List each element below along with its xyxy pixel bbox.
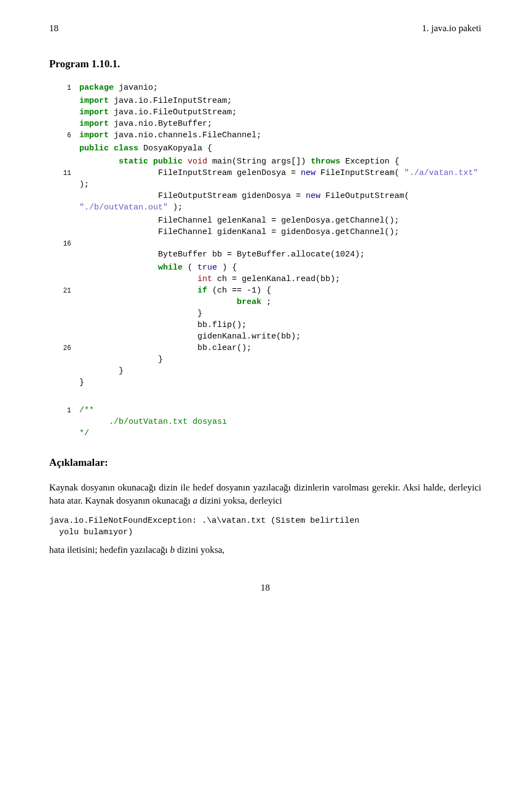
line-number: 1: [49, 82, 79, 94]
code-text: while ( true ) {: [79, 262, 237, 273]
code-line: FileOutputStream gidenDosya = new FileOu…: [49, 190, 481, 213]
code-line: import java.io.FileInputStream;: [49, 95, 481, 107]
code-line: FileChannel gidenKanal = gidenDosya.getC…: [49, 226, 481, 238]
code-text: }: [79, 377, 84, 388]
code-text: public class DosyaKopyala {: [79, 143, 212, 154]
code-line: ./b/outVatan.txt dosyası: [49, 416, 481, 428]
line-number: [49, 95, 79, 107]
para2-text-b: dizini yoksa,: [174, 545, 224, 555]
program-title: Program 1.10.1.: [49, 57, 481, 72]
code-text: FileChannel gidenKanal = gidenDosya.getC…: [79, 226, 399, 238]
code-line: 11 FileInputStream gelenDosya = new File…: [49, 167, 481, 190]
code-listing-comment: 1/** ./b/outVatan.txt dosyası*/: [49, 405, 481, 439]
paragraph-2: hata iletisini; hedefin yazılacağı b diz…: [49, 544, 481, 557]
code-line: 6import java.nio.channels.FileChannel;: [49, 130, 481, 141]
code-text: import java.nio.ByteBuffer;: [79, 118, 212, 130]
code-text: int ch = gelenKanal.read(bb);: [79, 273, 340, 285]
code-line: while ( true ) {: [49, 262, 481, 273]
line-number: 26: [49, 342, 79, 354]
code-text: break ;: [79, 296, 271, 308]
code-text: import java.io.FileInputStream;: [79, 95, 232, 107]
line-number: [49, 416, 79, 428]
para1-text-b: dizini yoksa, derleyici: [197, 495, 282, 506]
code-line: }: [49, 354, 481, 365]
code-line: int ch = gelenKanal.read(bb);: [49, 273, 481, 285]
code-text: import java.nio.channels.FileChannel;: [79, 130, 261, 141]
line-number: [49, 308, 79, 319]
line-number: 1: [49, 405, 79, 416]
code-line: import java.io.FileOutputStream;: [49, 107, 481, 118]
code-text: package javanio;: [79, 82, 158, 94]
code-text: /**: [79, 405, 94, 416]
line-number: [49, 354, 79, 365]
code-line: ByteBuffer bb = ByteBuffer.allocate(1024…: [49, 249, 481, 260]
code-line: 1package javanio;: [49, 82, 481, 94]
code-text: gidenKanal.write(bb);: [79, 331, 301, 342]
line-number: [49, 365, 79, 377]
line-number: [49, 319, 79, 331]
code-text: }: [79, 365, 124, 377]
para1-italic: a: [192, 495, 197, 506]
code-line: }: [49, 365, 481, 377]
code-line: static public void main(String args[]) t…: [49, 156, 481, 167]
code-line: public class DosyaKopyala {: [49, 143, 481, 154]
section-heading: Açıklamalar:: [49, 455, 481, 470]
line-number: [49, 296, 79, 308]
code-line: 16: [49, 238, 481, 249]
chapter-title: 1. java.io paketi: [422, 22, 481, 35]
code-text: }: [79, 308, 202, 319]
line-number: 11: [49, 167, 79, 190]
code-text: */: [79, 428, 89, 439]
code-text: FileChannel gelenKanal = gelenDosya.getC…: [79, 215, 399, 226]
line-number: [49, 377, 79, 388]
line-number: [49, 273, 79, 285]
line-number: [49, 331, 79, 342]
code-line: }: [49, 377, 481, 388]
code-text: }: [79, 354, 163, 365]
code-line: break ;: [49, 296, 481, 308]
code-line: FileChannel gelenKanal = gelenDosya.getC…: [49, 215, 481, 226]
line-number: [49, 249, 79, 260]
code-text: bb.clear();: [79, 342, 252, 354]
line-number: 16: [49, 238, 79, 249]
code-text: if (ch == -1) {: [79, 285, 271, 296]
code-text: import java.io.FileOutputStream;: [79, 107, 237, 118]
code-text: FileInputStream gelenDosya = new FileInp…: [79, 167, 481, 190]
code-line: bb.flip();: [49, 319, 481, 331]
code-text: bb.flip();: [79, 319, 247, 331]
page-number-bottom: 18: [49, 581, 481, 594]
line-number: 6: [49, 130, 79, 141]
line-number: [49, 215, 79, 226]
line-number: [49, 107, 79, 118]
code-line: 1/**: [49, 405, 481, 416]
code-text: ./b/outVatan.txt dosyası: [79, 416, 227, 428]
code-line: }: [49, 308, 481, 319]
page-number-top: 18: [49, 22, 59, 35]
code-text: static public void main(String args[]) t…: [79, 156, 399, 167]
line-number: [49, 143, 79, 154]
code-line: */: [49, 428, 481, 439]
code-line: gidenKanal.write(bb);: [49, 331, 481, 342]
code-listing-main: 1package javanio;import java.io.FileInpu…: [49, 82, 481, 388]
code-line: 21 if (ch == -1) {: [49, 285, 481, 296]
line-number: [49, 118, 79, 130]
error-output: java.io.FileNotFoundException: .\a\vatan…: [49, 515, 481, 538]
line-number: [49, 428, 79, 439]
code-line: import java.nio.ByteBuffer;: [49, 118, 481, 130]
para2-text-a: hata iletisini; hedefin yazılacağı: [49, 545, 170, 555]
line-number: [49, 226, 79, 238]
line-number: [49, 156, 79, 167]
page-header: 18 1. java.io paketi: [49, 22, 481, 35]
code-line: 26 bb.clear();: [49, 342, 481, 354]
code-text: FileOutputStream gidenDosya = new FileOu…: [79, 190, 481, 213]
paragraph-1: Kaynak dosyanın okunacağı dizin ile hede…: [49, 481, 481, 507]
line-number: 21: [49, 285, 79, 296]
line-number: [49, 262, 79, 273]
code-text: ByteBuffer bb = ByteBuffer.allocate(1024…: [79, 249, 365, 260]
line-number: [49, 190, 79, 213]
